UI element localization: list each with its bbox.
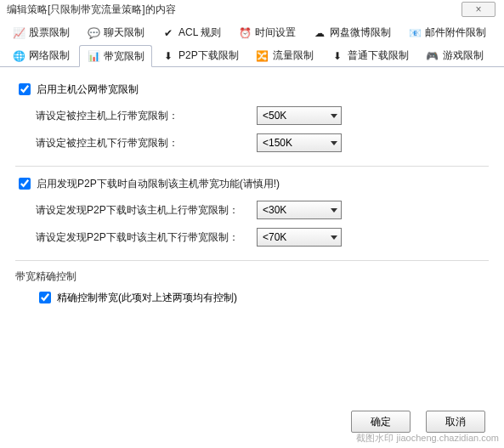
tab-label: 网络限制 [29,48,70,63]
bars-icon: 📊 [87,49,100,63]
tab-label: 游戏限制 [443,48,484,63]
precise-bandwidth-checkbox[interactable] [39,292,51,303]
window-title: 编辑策略[只限制带宽流量策略]的内容 [7,3,176,15]
precise-bandwidth-label: 精确控制带宽(此项对上述两项均有控制) [57,291,237,305]
tab-p2p[interactable]: ⬇ P2P下载限制 [154,45,246,66]
tab-download[interactable]: ⬇ 普通下载限制 [323,45,416,66]
window-close-button[interactable]: × [462,2,496,17]
tab-traffic[interactable]: 🔀 流量限制 [248,45,321,66]
down-limit-value: <150K [263,137,292,149]
cancel-button-label: 取消 [445,416,466,428]
globe-icon: 🌐 [12,49,25,63]
chat-icon: 💬 [87,26,100,40]
p2p-up-limit-dropdown[interactable]: <30K [257,201,342,219]
tab-mail[interactable]: 📧 邮件附件限制 [400,22,494,43]
chevron-down-icon [331,114,337,118]
download2-icon: ⬇ [331,49,344,63]
tab-label: 时间设置 [255,26,296,40]
tab-cloud[interactable]: ☁ 网盘微博限制 [305,22,399,43]
ok-button-label: 确定 [371,416,391,428]
tab-label: 带宽限制 [104,49,144,64]
tab-label: 网盘微博限制 [330,26,391,40]
traffic-icon: 🔀 [256,49,269,63]
chevron-down-icon [331,235,337,240]
tab-label: 流量限制 [273,48,314,63]
mail-icon: 📧 [408,26,422,40]
up-limit-dropdown[interactable]: <50K [257,106,342,125]
tab-game[interactable]: 🎮 游戏限制 [418,45,491,66]
up-limit-label: 请设定被控主机上行带宽限制： [36,109,257,123]
down-limit-dropdown[interactable]: <150K [257,133,342,152]
divider [15,166,489,167]
tab-label: 邮件附件限制 [425,26,486,40]
p2p-up-limit-value: <30K [263,204,286,216]
tab-label: P2P下载限制 [178,48,239,63]
tab-bandwidth[interactable]: 📊 带宽限制 [79,45,152,67]
cancel-button[interactable]: 取消 [426,411,485,433]
tab-label: 普通下载限制 [348,48,409,63]
enable-p2p-limit-checkbox[interactable] [19,178,31,190]
tab-network[interactable]: 🌐 网络限制 [4,45,77,66]
up-limit-value: <50K [263,110,286,122]
tab-label: 股票限制 [29,26,70,40]
down-limit-label: 请设定被控主机下行带宽限制： [36,136,257,150]
cloud-icon: ☁ [313,26,326,40]
enable-p2p-limit-label: 启用发现P2P下载时自动限制该主机带宽功能(请慎用!) [37,177,280,191]
tab-panel-bandwidth: 启用主机公网带宽限制 请设定被控主机上行带宽限制： <50K 请设定被控主机下行… [0,67,504,320]
close-icon: × [475,3,481,15]
tab-acl[interactable]: ✔ ACL 规则 [154,22,229,43]
divider [15,260,489,261]
tab-stocks[interactable]: 📈 股票限制 [4,22,77,43]
enable-bandwidth-label: 启用主机公网带宽限制 [37,82,139,97]
chevron-down-icon [331,141,337,145]
game-icon: 🎮 [426,49,439,63]
chart-icon: 📈 [12,26,25,40]
ok-button[interactable]: 确定 [351,411,411,433]
enable-bandwidth-checkbox[interactable] [19,83,31,95]
tab-strip: 📈 股票限制 💬 聊天限制 ✔ ACL 规则 ⏰ 时间设置 ☁ 网盘微博限制 📧… [0,19,504,67]
precise-group-label: 带宽精确控制 [15,269,489,284]
title-bar: 编辑策略[只限制带宽流量策略]的内容 × [0,0,504,19]
clock-icon: ⏰ [238,26,252,40]
download-icon: ⬇ [161,49,175,63]
chevron-down-icon [331,208,337,213]
tab-time[interactable]: ⏰ 时间设置 [230,22,303,43]
tab-label: ACL 规则 [178,26,221,40]
p2p-down-limit-dropdown[interactable]: <70K [257,228,342,247]
tab-chat[interactable]: 💬 聊天限制 [79,22,152,43]
p2p-up-limit-label: 请设定发现P2P下载时该主机上行带宽限制： [36,203,257,218]
check-icon: ✔ [161,26,175,40]
dialog-buttons: 确定 取消 [351,411,485,433]
p2p-down-limit-label: 请设定发现P2P下载时该主机下行带宽限制： [36,230,257,245]
watermark-text: 截图水印 jiaocheng.chazidian.com [356,432,499,445]
tab-label: 聊天限制 [104,26,144,40]
p2p-down-limit-value: <70K [263,231,286,243]
